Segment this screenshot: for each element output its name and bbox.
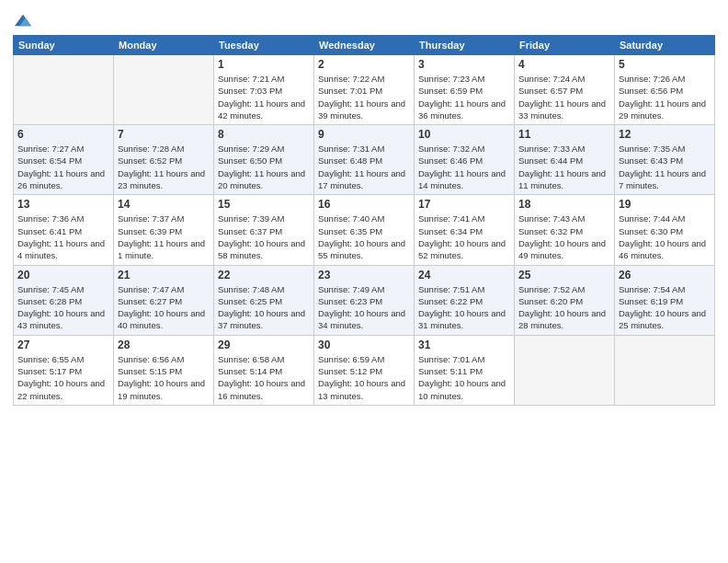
day-info: Sunrise: 7:40 AMSunset: 6:35 PMDaylight:… bbox=[318, 213, 410, 261]
calendar-week-row: 13Sunrise: 7:36 AMSunset: 6:41 PMDayligh… bbox=[14, 195, 715, 265]
day-number: 27 bbox=[17, 339, 109, 351]
calendar-header-row: SundayMondayTuesdayWednesdayThursdayFrid… bbox=[14, 36, 715, 55]
calendar-cell: 22Sunrise: 7:48 AMSunset: 6:25 PMDayligh… bbox=[214, 265, 314, 335]
calendar-cell: 17Sunrise: 7:41 AMSunset: 6:34 PMDayligh… bbox=[415, 195, 515, 265]
day-number: 4 bbox=[518, 58, 610, 71]
calendar-week-row: 1Sunrise: 7:21 AMSunset: 7:03 PMDaylight… bbox=[14, 55, 715, 125]
day-info: Sunrise: 7:51 AMSunset: 6:22 PMDaylight:… bbox=[418, 283, 510, 332]
day-number: 2 bbox=[318, 58, 410, 71]
day-number: 14 bbox=[118, 198, 210, 211]
day-info: Sunrise: 7:26 AMSunset: 6:56 PMDaylight:… bbox=[619, 73, 711, 121]
day-header-tuesday: Tuesday bbox=[214, 36, 314, 55]
day-number: 19 bbox=[619, 198, 711, 211]
day-number: 11 bbox=[518, 128, 610, 141]
calendar-cell: 8Sunrise: 7:29 AMSunset: 6:50 PMDaylight… bbox=[214, 125, 314, 195]
calendar-cell: 21Sunrise: 7:47 AMSunset: 6:27 PMDayligh… bbox=[114, 265, 214, 335]
day-info: Sunrise: 7:23 AMSunset: 6:59 PMDaylight:… bbox=[418, 73, 510, 121]
day-header-saturday: Saturday bbox=[615, 36, 715, 55]
calendar-cell: 6Sunrise: 7:27 AMSunset: 6:54 PMDaylight… bbox=[14, 125, 114, 195]
day-info: Sunrise: 7:54 AMSunset: 6:19 PMDaylight:… bbox=[619, 283, 711, 332]
calendar-cell: 30Sunrise: 6:59 AMSunset: 5:12 PMDayligh… bbox=[314, 335, 415, 405]
day-info: Sunrise: 7:29 AMSunset: 6:50 PMDaylight:… bbox=[218, 143, 310, 191]
day-number: 9 bbox=[318, 128, 410, 141]
calendar-cell: 31Sunrise: 7:01 AMSunset: 5:11 PMDayligh… bbox=[415, 335, 515, 405]
day-info: Sunrise: 7:48 AMSunset: 6:25 PMDaylight:… bbox=[218, 283, 310, 332]
calendar-week-row: 6Sunrise: 7:27 AMSunset: 6:54 PMDaylight… bbox=[14, 125, 715, 195]
calendar-cell: 25Sunrise: 7:52 AMSunset: 6:20 PMDayligh… bbox=[515, 265, 615, 335]
day-info: Sunrise: 7:45 AMSunset: 6:28 PMDaylight:… bbox=[17, 283, 109, 332]
day-info: Sunrise: 7:43 AMSunset: 6:32 PMDaylight:… bbox=[518, 213, 610, 261]
day-header-monday: Monday bbox=[114, 36, 214, 55]
day-info: Sunrise: 7:49 AMSunset: 6:23 PMDaylight:… bbox=[318, 283, 410, 332]
calendar-cell: 26Sunrise: 7:54 AMSunset: 6:19 PMDayligh… bbox=[615, 265, 715, 335]
day-info: Sunrise: 7:27 AMSunset: 6:54 PMDaylight:… bbox=[17, 143, 109, 191]
day-info: Sunrise: 6:59 AMSunset: 5:12 PMDaylight:… bbox=[318, 353, 410, 402]
day-number: 15 bbox=[218, 198, 310, 211]
day-info: Sunrise: 7:47 AMSunset: 6:27 PMDaylight:… bbox=[118, 283, 210, 332]
day-info: Sunrise: 7:22 AMSunset: 7:01 PMDaylight:… bbox=[318, 73, 410, 121]
calendar-cell bbox=[615, 335, 715, 405]
day-info: Sunrise: 7:35 AMSunset: 6:43 PMDaylight:… bbox=[619, 143, 711, 191]
day-number: 7 bbox=[118, 128, 210, 141]
day-number: 1 bbox=[218, 58, 310, 71]
logo bbox=[13, 15, 31, 28]
calendar-cell bbox=[114, 55, 214, 125]
day-number: 20 bbox=[17, 269, 109, 282]
calendar-cell: 20Sunrise: 7:45 AMSunset: 6:28 PMDayligh… bbox=[14, 265, 114, 335]
day-number: 28 bbox=[118, 339, 210, 351]
calendar-cell: 1Sunrise: 7:21 AMSunset: 7:03 PMDaylight… bbox=[214, 55, 314, 125]
day-info: Sunrise: 7:39 AMSunset: 6:37 PMDaylight:… bbox=[218, 213, 310, 261]
day-number: 29 bbox=[218, 339, 310, 351]
calendar-cell: 12Sunrise: 7:35 AMSunset: 6:43 PMDayligh… bbox=[615, 125, 715, 195]
day-info: Sunrise: 7:32 AMSunset: 6:46 PMDaylight:… bbox=[418, 143, 510, 191]
calendar-cell: 16Sunrise: 7:40 AMSunset: 6:35 PMDayligh… bbox=[314, 195, 415, 265]
day-number: 30 bbox=[318, 339, 410, 351]
day-number: 6 bbox=[17, 128, 109, 141]
day-info: Sunrise: 6:56 AMSunset: 5:15 PMDaylight:… bbox=[118, 353, 210, 402]
calendar-cell bbox=[515, 335, 615, 405]
calendar-cell: 14Sunrise: 7:37 AMSunset: 6:39 PMDayligh… bbox=[114, 195, 214, 265]
day-info: Sunrise: 7:52 AMSunset: 6:20 PMDaylight:… bbox=[518, 283, 610, 332]
day-info: Sunrise: 6:55 AMSunset: 5:17 PMDaylight:… bbox=[17, 353, 109, 402]
calendar-cell: 23Sunrise: 7:49 AMSunset: 6:23 PMDayligh… bbox=[314, 265, 415, 335]
calendar-cell: 18Sunrise: 7:43 AMSunset: 6:32 PMDayligh… bbox=[515, 195, 615, 265]
calendar-cell: 3Sunrise: 7:23 AMSunset: 6:59 PMDaylight… bbox=[415, 55, 515, 125]
day-number: 31 bbox=[418, 339, 510, 351]
calendar-cell: 29Sunrise: 6:58 AMSunset: 5:14 PMDayligh… bbox=[214, 335, 314, 405]
day-number: 5 bbox=[619, 58, 711, 71]
day-number: 23 bbox=[318, 269, 410, 282]
calendar-cell: 5Sunrise: 7:26 AMSunset: 6:56 PMDaylight… bbox=[615, 55, 715, 125]
calendar-cell: 7Sunrise: 7:28 AMSunset: 6:52 PMDaylight… bbox=[114, 125, 214, 195]
calendar-cell: 24Sunrise: 7:51 AMSunset: 6:22 PMDayligh… bbox=[415, 265, 515, 335]
calendar-table: SundayMondayTuesdayWednesdayThursdayFrid… bbox=[13, 35, 715, 406]
day-header-sunday: Sunday bbox=[14, 36, 114, 55]
calendar-cell bbox=[14, 55, 114, 125]
day-number: 25 bbox=[518, 269, 610, 282]
calendar-cell: 2Sunrise: 7:22 AMSunset: 7:01 PMDaylight… bbox=[314, 55, 415, 125]
day-number: 12 bbox=[619, 128, 711, 141]
day-info: Sunrise: 7:28 AMSunset: 6:52 PMDaylight:… bbox=[118, 143, 210, 191]
calendar-cell: 28Sunrise: 6:56 AMSunset: 5:15 PMDayligh… bbox=[114, 335, 214, 405]
calendar-cell: 15Sunrise: 7:39 AMSunset: 6:37 PMDayligh… bbox=[214, 195, 314, 265]
day-info: Sunrise: 7:37 AMSunset: 6:39 PMDaylight:… bbox=[118, 213, 210, 261]
day-number: 18 bbox=[518, 198, 610, 211]
day-info: Sunrise: 7:33 AMSunset: 6:44 PMDaylight:… bbox=[518, 143, 610, 191]
calendar-page: SundayMondayTuesdayWednesdayThursdayFrid… bbox=[0, 0, 728, 563]
calendar-cell: 27Sunrise: 6:55 AMSunset: 5:17 PMDayligh… bbox=[14, 335, 114, 405]
day-number: 22 bbox=[218, 269, 310, 282]
day-number: 21 bbox=[118, 269, 210, 282]
day-info: Sunrise: 7:41 AMSunset: 6:34 PMDaylight:… bbox=[418, 213, 510, 261]
day-info: Sunrise: 7:24 AMSunset: 6:57 PMDaylight:… bbox=[518, 73, 610, 121]
day-header-thursday: Thursday bbox=[415, 36, 515, 55]
day-info: Sunrise: 7:31 AMSunset: 6:48 PMDaylight:… bbox=[318, 143, 410, 191]
calendar-cell: 19Sunrise: 7:44 AMSunset: 6:30 PMDayligh… bbox=[615, 195, 715, 265]
day-info: Sunrise: 7:36 AMSunset: 6:41 PMDaylight:… bbox=[17, 213, 109, 261]
calendar-cell: 4Sunrise: 7:24 AMSunset: 6:57 PMDaylight… bbox=[515, 55, 615, 125]
header bbox=[13, 11, 715, 28]
calendar-cell: 11Sunrise: 7:33 AMSunset: 6:44 PMDayligh… bbox=[515, 125, 615, 195]
day-header-friday: Friday bbox=[515, 36, 615, 55]
calendar-cell: 9Sunrise: 7:31 AMSunset: 6:48 PMDaylight… bbox=[314, 125, 415, 195]
day-number: 3 bbox=[418, 58, 510, 71]
day-info: Sunrise: 7:44 AMSunset: 6:30 PMDaylight:… bbox=[619, 213, 711, 261]
calendar-cell: 10Sunrise: 7:32 AMSunset: 6:46 PMDayligh… bbox=[415, 125, 515, 195]
